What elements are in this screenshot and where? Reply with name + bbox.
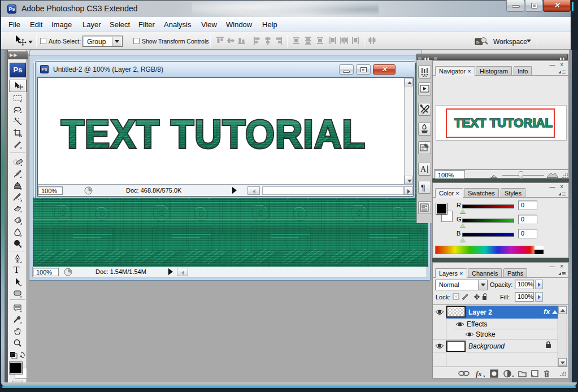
svg-text:fx: fx — [476, 369, 482, 378]
svg-text:TEXT TUTORIAL: TEXT TUTORIAL — [61, 112, 366, 156]
svg-text:¶: ¶ — [421, 182, 425, 192]
svg-text:TEXT TUTORIAL: TEXT TUTORIAL — [454, 116, 553, 130]
svg-text:Br: Br — [476, 41, 480, 44]
svg-text:A: A — [420, 165, 427, 173]
